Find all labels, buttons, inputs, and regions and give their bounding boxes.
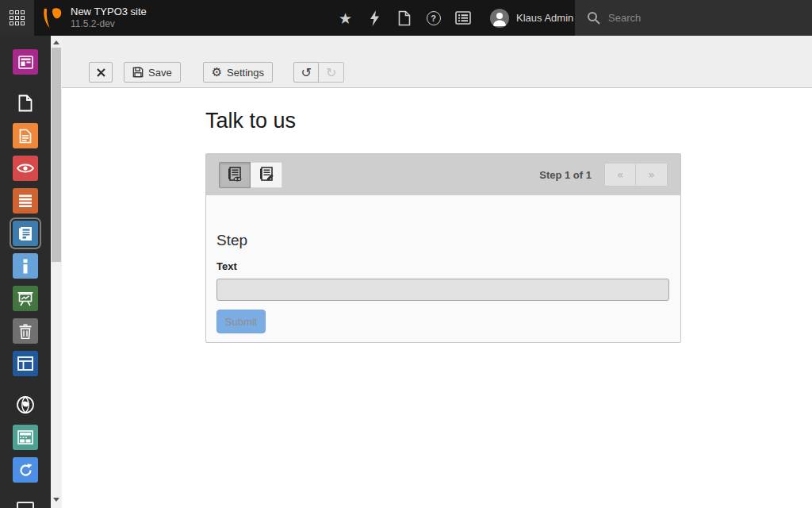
sidebar-item-redirects[interactable] [13,457,38,483]
user-menu-button[interactable]: Klaus Admin [481,0,583,36]
list-icon [455,11,471,25]
info-icon [22,259,29,274]
step-pager: « » [604,163,668,187]
sidebar-item-forms[interactable] [13,221,38,246]
scrollbar-thumb[interactable] [52,48,61,262]
step-indicator: Step 1 of 1 [539,169,592,181]
stacked-rows-icon [18,194,33,208]
user-name: Klaus Admin [516,12,573,24]
scroll-up-icon [53,40,59,44]
form-edit-icon [259,167,274,183]
eye-icon [17,163,34,174]
save-icon [132,67,144,78]
settings-label: Settings [227,67,264,79]
typo3-logo-icon [41,7,63,29]
save-label: Save [148,67,172,79]
site-version: 11.5.2-dev [71,18,147,30]
help-icon: ? [427,11,441,25]
scroll-down-button[interactable] [51,495,62,505]
site-brand[interactable]: New TYPO3 site 11.5.2-dev [34,0,147,36]
chevrons-right-icon: » [648,168,655,181]
form-icon [18,226,33,241]
next-step-button[interactable]: » [636,163,668,187]
bookmarks-button[interactable]: ★ [331,0,360,36]
docheader: Save ⚙ Settings ↺ ↻ [62,36,812,88]
site-title: New TYPO3 site [71,6,147,18]
topbar-actions: ★ ? [331,0,477,36]
modulemenu-toggle-button[interactable] [0,0,34,36]
dashboard-icon [18,56,33,69]
undo-redo-group: ↺ ↻ [293,62,344,83]
topbar-search [575,0,812,36]
refresh-icon [18,463,33,478]
main-area: Save ⚙ Settings ↺ ↻ Talk to us [62,36,812,508]
sidebar-item-template[interactable] [13,351,38,376]
trash-icon [19,324,32,339]
text-field-label: Text [216,260,669,272]
redo-button[interactable]: ↻ [319,62,344,83]
close-icon [97,68,105,77]
page-icon [18,94,33,112]
page-title: Talk to us [205,109,812,133]
content-area: Talk to us [62,89,812,508]
redo-icon: ↻ [326,65,336,80]
systeminfo-button[interactable] [448,0,477,36]
form-panel-header: Step 1 of 1 « » [206,154,680,195]
save-button[interactable]: Save [124,62,181,83]
open-document-button[interactable] [389,0,419,36]
submit-button-preview[interactable]: Submit [216,310,266,333]
sidebar-item-filelist[interactable] [13,123,38,148]
help-button[interactable]: ? [419,0,448,36]
tab-edit-mode[interactable] [251,162,282,188]
globe-icon [16,395,35,414]
sidebar-item-view[interactable] [13,156,38,181]
bolt-icon [369,10,381,26]
document-icon [398,10,411,26]
topbar: New TYPO3 site 11.5.2-dev ★ ? [0,0,812,36]
settings-button[interactable]: ⚙ Settings [203,62,273,83]
sidebar-item-extensions[interactable] [13,425,38,450]
search-icon [587,11,600,25]
modulemenu-scrollbar[interactable] [51,36,62,508]
sidebar-item-dashboard[interactable] [13,49,38,75]
sidebar-item-info[interactable] [13,253,38,279]
chevrons-left-icon: « [617,168,624,181]
scroll-up-button[interactable] [51,37,62,48]
sidebar-item-list[interactable] [13,188,38,214]
layout-icon [17,356,33,371]
text-field-preview[interactable] [216,279,669,301]
form-panel-body: Step Text Submit [206,195,680,342]
previous-step-button[interactable]: « [604,163,636,187]
document-lines-icon [19,129,32,144]
scroll-down-icon [53,498,59,502]
star-icon: ★ [339,10,352,27]
sidebar-item-page[interactable] [13,90,38,116]
sidebar-item-recycler[interactable] [13,318,38,344]
avatar [490,9,509,28]
search-input[interactable] [608,12,783,24]
form-preview-icon [228,167,242,183]
step-heading: Step [216,232,669,249]
tab-preview-mode[interactable] [219,162,251,188]
close-button[interactable] [89,62,113,83]
gear-icon: ⚙ [212,67,222,79]
undo-button[interactable]: ↺ [293,62,319,83]
sidebar-item-sites[interactable] [13,392,38,418]
module-menu [0,36,51,508]
clear-cache-button[interactable] [360,0,389,36]
grid-icon [10,10,25,25]
undo-icon: ↺ [301,65,311,80]
browser-window-icon [17,430,33,444]
form-preview-panel: Step 1 of 1 « » Step Text Submit [205,153,681,343]
view-mode-tabs [219,162,282,188]
sidebar-item-more[interactable] [17,502,34,508]
presentation-chart-icon [17,291,33,306]
sidebar-item-reports[interactable] [13,286,38,311]
